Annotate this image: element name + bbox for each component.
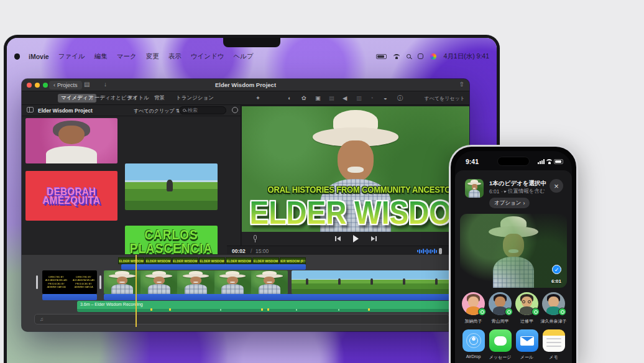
phone-wifi-icon [546, 159, 552, 163]
menu-window[interactable]: ウインドウ [191, 52, 224, 61]
interview-filmstrip-clip[interactable] [104, 270, 288, 294]
menu-help[interactable]: ヘルプ [233, 52, 253, 61]
viewer-video[interactable]: ORAL HISTORIES FROM COMMUNITY ANCESTORS … [242, 106, 469, 232]
control-center-icon[interactable] [418, 53, 423, 59]
apple-menu-icon[interactable] [14, 53, 20, 60]
title-clip[interactable]: ELDER WISDOM [118, 257, 144, 264]
share-apps-row: AirDrop メッセージ メール メモ [460, 329, 567, 361]
airdrop-contact[interactable]: 加納尚子 [460, 292, 487, 324]
clip-filter-icon[interactable]: ◒ [384, 94, 387, 101]
field-filmstrip-clip[interactable] [292, 270, 453, 294]
music-note-icon: ♫ [40, 316, 44, 322]
search-input[interactable] [188, 108, 218, 113]
spotlight-icon[interactable] [407, 54, 411, 58]
viewer-pane: ORAL HISTORIES FROM COMMUNITY ANCESTORS … [241, 105, 469, 254]
menu-app-name[interactable]: iMovie [29, 53, 49, 60]
selection-subtitle: 6:01 · 位置情報を含む [489, 188, 545, 195]
tab-titles[interactable]: タイトル [124, 94, 152, 103]
noise-eq-icon[interactable]: ▥ [356, 94, 362, 101]
clip-farm-field[interactable] [125, 163, 218, 210]
info-icon[interactable]: ⓘ [397, 94, 403, 103]
play-button[interactable] [353, 235, 359, 242]
video-duration: 6:01 [551, 278, 561, 284]
color-correction-icon[interactable]: ✿ [301, 94, 306, 101]
connected-bar[interactable] [104, 294, 453, 300]
clip-title-deborah[interactable]: DEBORAH AMÉZQUITA [25, 171, 117, 221]
tab-transitions[interactable]: トランジション [173, 94, 217, 103]
sidebar-toggle-icon[interactable] [27, 107, 34, 113]
connected-bar[interactable] [42, 294, 97, 300]
title-clip[interactable]: ELDER WISDOM [226, 257, 252, 264]
title-clip[interactable]: ELDER WISDOM [172, 257, 198, 264]
overlay-main-title: ELDER WISDOM [242, 194, 469, 231]
airdrop-contact[interactable]: 辻修平 [513, 292, 540, 324]
airdrop-app-button[interactable]: AirDrop [460, 329, 487, 361]
airdrop-badge-icon [558, 308, 566, 316]
siri-icon[interactable] [430, 53, 436, 60]
reset-all-button[interactable]: すべてをリセット [425, 95, 466, 102]
menu-edit[interactable]: 編集 [94, 52, 108, 61]
window-title: Elder Wisdom Project [22, 81, 469, 88]
background-music-track[interactable]: ♫ [34, 314, 449, 324]
voiceover-mic-icon[interactable] [252, 235, 259, 243]
audio-recording-clip[interactable]: 3.6m – Elder Wisdom Recording [77, 301, 454, 312]
title-clip[interactable]: ELDER WISDOM [199, 257, 225, 264]
audio-skimmer-meter[interactable] [417, 248, 442, 254]
clip-portrait-pink[interactable] [25, 118, 117, 163]
next-frame-button[interactable] [371, 236, 377, 241]
phone-battery-icon [554, 159, 563, 164]
location-arrow-icon [504, 190, 507, 193]
window-titlebar[interactable]: ‹Projects ▤ ↓ Elder Wisdom Project ⇧ [22, 79, 469, 91]
clip-trim-handle[interactable] [36, 275, 38, 289]
selected-check-icon: ✓ [552, 265, 561, 274]
tab-backgrounds[interactable]: 背景 [151, 94, 168, 103]
chevron-right-icon: › [523, 200, 525, 206]
title-clip[interactable]: ELDER WISDOM (R WIS [280, 257, 306, 264]
video-preview[interactable]: ✓ 6:01 [460, 214, 567, 288]
avatar [489, 292, 512, 315]
mail-app-button[interactable]: メール [513, 329, 540, 361]
options-button[interactable]: オプション› [489, 198, 530, 208]
close-share-sheet-button[interactable]: × [550, 179, 563, 193]
stabilization-icon[interactable]: ▤ [329, 94, 334, 101]
wifi-icon[interactable] [393, 54, 400, 59]
menu-view[interactable]: 表示 [168, 52, 182, 61]
share-icon[interactable]: ⇧ [459, 81, 464, 88]
enhance-wand-icon[interactable]: ✦ [255, 94, 260, 101]
browser-project-title: Elder Wisdom Project [38, 108, 93, 114]
title-clip[interactable]: ELDER WISDOM [252, 257, 278, 264]
skimmer-knob[interactable] [439, 248, 442, 254]
clip-title-carlos[interactable]: CARLOS PLASCENCIA [125, 226, 218, 254]
menu-modify[interactable]: 変更 [146, 52, 159, 61]
color-balance-icon[interactable]: ◐ [288, 94, 292, 101]
avatar [542, 292, 565, 315]
notes-app-button[interactable]: メモ [540, 329, 567, 361]
notes-icon [543, 329, 565, 352]
messages-app-button[interactable]: メッセージ [487, 329, 513, 361]
credits-clip[interactable]: DIRECTED BYALEJANDRA MILLANPRODUCED BYJA… [42, 270, 97, 294]
speed-icon[interactable]: ◔ [370, 94, 374, 101]
volume-icon[interactable]: ◀ [343, 94, 347, 101]
transport-controls [242, 232, 469, 246]
menu-bar-clock[interactable]: 4月1日(水) 9:41 [443, 52, 489, 61]
title-clip[interactable]: ELDER WISDOM [145, 257, 171, 264]
clip-trim-handle[interactable] [99, 275, 101, 289]
battery-icon[interactable] [376, 54, 387, 59]
search-field[interactable] [179, 106, 226, 114]
iphone: 9:41 1本のビデオを選択中 6:01 · 位置情報を含む × オプション› [449, 145, 578, 363]
airdrop-contact[interactable]: 津久井奈津子 [540, 292, 567, 324]
crop-icon[interactable]: ▣ [315, 94, 321, 101]
dynamic-island [497, 157, 530, 166]
phone-status-icons [538, 159, 563, 164]
playhead[interactable] [136, 255, 137, 327]
cellular-icon [538, 159, 545, 164]
timecode-total: 15:00 [255, 248, 269, 254]
clip-filter-dropdown[interactable]: すべてのクリップ ⇅ [134, 108, 180, 114]
clip-duration-icon[interactable] [232, 107, 238, 113]
iphone-screen: 9:41 1本のビデオを選択中 6:01 · 位置情報を含む × オプション› [455, 151, 572, 363]
menu-mark[interactable]: マーク [117, 52, 137, 61]
airdrop-contact[interactable]: 青山周平 [487, 292, 513, 324]
previous-frame-button[interactable] [335, 236, 341, 241]
title-duration-bar[interactable] [121, 264, 306, 270]
menu-file[interactable]: ファイル [58, 52, 85, 61]
